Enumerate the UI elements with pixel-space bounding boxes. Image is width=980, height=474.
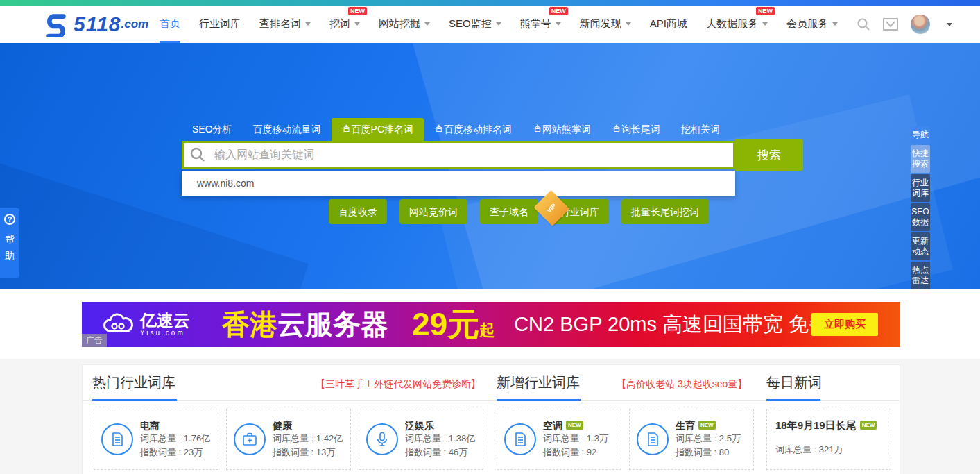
new-badge: NEW xyxy=(566,421,583,430)
nav-item-label: 查排名词 xyxy=(259,17,301,29)
banner-headline-rest: 云服务器 xyxy=(277,309,388,339)
promo-link-buy-sites[interactable]: 【高价收老站 3块起收seo量】 xyxy=(617,378,747,391)
section-title-new-industry: 新增行业词库 xyxy=(497,373,580,392)
tab-seo-analysis[interactable]: SEO分析 xyxy=(182,118,243,141)
active-underline xyxy=(92,399,177,401)
buy-now-button[interactable]: 立即购买 xyxy=(811,313,878,336)
banner-headline: 香港云服务器 xyxy=(222,305,388,344)
chevron-down-icon xyxy=(424,22,430,26)
card-stat-total: 词库总量 : 1.76亿 xyxy=(140,432,210,446)
bidding-words-button[interactable]: 网站竞价词 xyxy=(399,199,467,224)
chevron-down-icon xyxy=(305,22,311,26)
card-stat-index: 指数词量 : 46万 xyxy=(405,446,475,459)
chevron-down-icon xyxy=(626,22,631,26)
new-badge: NEW xyxy=(756,7,775,15)
logo-com-text: .com xyxy=(121,17,149,31)
nav-item-news-discovery[interactable]: 新闻发现 xyxy=(580,6,631,43)
card-stat-index: 指数词量 : 80 xyxy=(676,446,741,459)
nav-item-bearpaw[interactable]: 熊掌号NEW xyxy=(520,6,561,43)
card-aircon[interactable]: 空调NEW 词库总量 : 1.3万 指数词量 : 92 xyxy=(497,409,621,470)
search-suggestions: www.ni8.com xyxy=(182,171,735,196)
nav-item-label: 挖词 xyxy=(329,17,350,29)
search-button[interactable]: 搜索 xyxy=(735,139,803,171)
document-icon xyxy=(101,423,133,455)
side-nav-item-updates[interactable]: 更新 动态 xyxy=(911,232,930,260)
mail-icon[interactable] xyxy=(883,18,898,31)
batch-longtail-button[interactable]: 批量长尾词挖词 xyxy=(621,199,709,224)
chevron-down-icon xyxy=(762,22,768,26)
nav-item-label: 大数据服务 xyxy=(706,17,758,29)
tab-site-bearpaw-words[interactable]: 查网站熊掌词 xyxy=(522,118,601,141)
chevron-down-icon xyxy=(832,22,838,26)
banner-brand-name: 亿速云 xyxy=(140,312,190,329)
chevron-down-icon xyxy=(496,22,501,26)
card-stat-index: 指数词量 : 92 xyxy=(543,446,608,459)
help-widget[interactable]: ? 帮 助 xyxy=(0,208,19,278)
side-nav-item-hot-radar[interactable]: 热点 雷达 xyxy=(911,262,930,289)
nav-item-dig-words[interactable]: 挖词NEW xyxy=(329,6,360,43)
thesaurus-panel: 热门行业词库 【三叶草手工外链代发网站免费诊断】 新增行业词库 【高价收老站 3… xyxy=(82,364,900,474)
card-stat-total: 词库总量 : 1.3万 xyxy=(543,432,608,446)
daily-card-stat: 词库总量 : 321万 xyxy=(775,443,882,456)
banner-specs: CN2 BGP 20ms 高速回国带宽 免备案 xyxy=(514,311,849,339)
card-fertility[interactable]: 生育NEW 词库总量 : 2.5万 指数词量 : 80 xyxy=(629,409,754,470)
card-title: 生育NEW xyxy=(676,419,741,432)
subdomain-button[interactable]: 查子域名 xyxy=(480,199,538,224)
tab-baidu-pc-rank-words[interactable]: 查百度PC排名词 xyxy=(332,118,424,141)
suggestion-item[interactable]: www.ni8.com xyxy=(182,171,735,196)
active-underline xyxy=(766,399,820,401)
card-title: 泛娱乐 xyxy=(405,419,475,432)
nav-item-home[interactable]: 首页 xyxy=(160,6,180,43)
banner-brand: 亿速云 Yisu.com xyxy=(103,312,190,337)
hero-section: SEO分析 百度移动流量词 查百度PC排名词 查百度移动排名词 查网站熊掌词 查… xyxy=(0,43,980,289)
nav-item-label: SEO监控 xyxy=(449,17,492,29)
avatar-chevron-down-icon[interactable] xyxy=(947,23,952,26)
user-avatar[interactable] xyxy=(911,15,930,34)
card-title: 健康 xyxy=(273,419,343,432)
card-daily-words[interactable]: 18年9月19日长尾NEW 词库总量 : 321万 xyxy=(766,409,891,470)
nav-item-api-store[interactable]: API商城 xyxy=(650,6,687,43)
side-nav-item-seo-data[interactable]: SEO 数据 xyxy=(911,203,930,231)
search-tabs: SEO分析 百度移动流量词 查百度PC排名词 查百度移动排名词 查网站熊掌词 查… xyxy=(182,118,730,141)
main-nav: 首页 行业词库 查排名词 挖词NEW 网站挖掘 SEO监控 熊掌号NEW 新闻发… xyxy=(160,6,857,43)
site-logo[interactable]: 5118 .com xyxy=(43,6,148,43)
chevron-down-icon xyxy=(556,22,561,26)
card-title: 电商 xyxy=(140,419,210,432)
nav-item-bigdata-service[interactable]: 大数据服务NEW xyxy=(706,6,768,43)
promo-link-clover[interactable]: 【三叶草手工外链代发网站免费诊断】 xyxy=(316,378,481,391)
nav-item-site-mining[interactable]: 网站挖掘 xyxy=(379,6,430,43)
help-label: 帮 助 xyxy=(0,230,19,264)
question-mark-icon: ? xyxy=(4,214,15,225)
side-nav-item-navigation[interactable]: 导航 xyxy=(911,126,930,144)
tab-baidu-mobile-traffic-words[interactable]: 百度移动流量词 xyxy=(243,118,332,141)
nav-item-industry-thesaurus[interactable]: 行业词库 xyxy=(199,6,241,43)
side-nav-item-quick-search[interactable]: 快捷 搜索 xyxy=(911,145,930,173)
tab-related-words[interactable]: 挖相关词 xyxy=(671,118,730,141)
card-stat-total: 词库总量 : 1.38亿 xyxy=(405,432,475,446)
nav-item-member-service[interactable]: 会员服务 xyxy=(786,6,838,43)
search-icon[interactable] xyxy=(857,17,870,31)
card-entertainment[interactable]: 泛娱乐 词库总量 : 1.38亿 指数词量 : 46万 xyxy=(359,409,483,470)
top-gradient-strip xyxy=(0,0,980,6)
document-icon xyxy=(637,423,669,455)
ad-label: 广告 xyxy=(82,334,107,347)
card-health[interactable]: 健康 词库总量 : 1.42亿 指数词量 : 13万 xyxy=(226,409,351,470)
industry-thesaurus-button[interactable]: 行业词库VIP xyxy=(551,199,609,224)
tab-baidu-mobile-rank-words[interactable]: 查百度移动排名词 xyxy=(424,118,522,141)
logo-text: 5118 xyxy=(74,12,121,36)
side-nav-item-industry-thesaurus[interactable]: 行业 词库 xyxy=(911,174,930,202)
navbar-icons xyxy=(857,6,952,43)
daily-title-text: 18年9月19日长尾 xyxy=(775,419,857,431)
new-badge: NEW xyxy=(348,7,367,15)
card-ecommerce[interactable]: 电商 词库总量 : 1.76亿 指数词量 : 23万 xyxy=(94,409,218,470)
daily-card-title: 18年9月19日长尾NEW xyxy=(775,419,882,432)
banner-headline-highlight: 香港 xyxy=(222,309,277,339)
microphone-icon xyxy=(366,423,398,455)
card-stat-index: 指数词量 : 13万 xyxy=(273,446,343,459)
nav-item-rank-words[interactable]: 查排名词 xyxy=(259,6,311,43)
nav-item-seo-monitor[interactable]: SEO监控 xyxy=(449,6,501,43)
ad-banner[interactable]: 亿速云 Yisu.com 香港云服务器 29元起 CN2 BGP 20ms 高速… xyxy=(82,302,900,347)
baidu-index-button[interactable]: 百度收录 xyxy=(329,199,387,224)
tab-longtail-words[interactable]: 查询长尾词 xyxy=(601,118,671,141)
search-input[interactable] xyxy=(182,141,735,169)
